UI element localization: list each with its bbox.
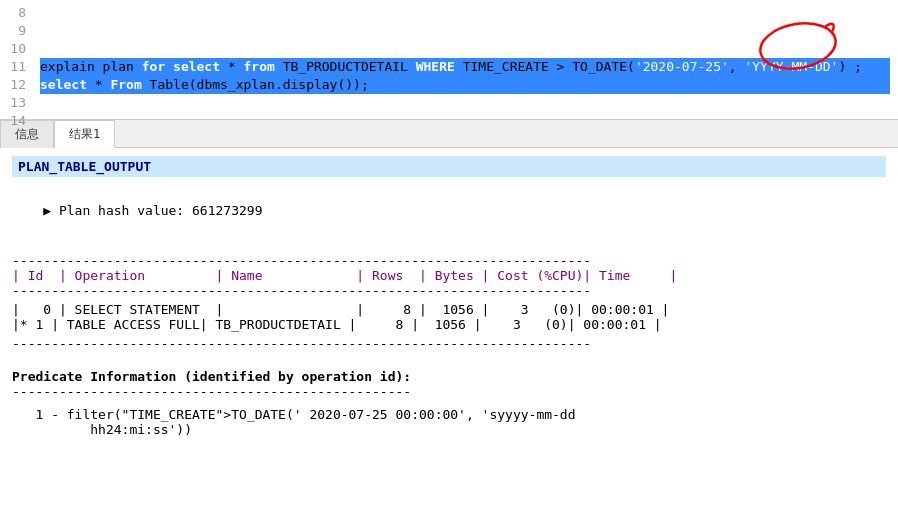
separator2: ----------------------------------------… bbox=[12, 283, 886, 298]
code-line-8 bbox=[40, 4, 890, 22]
predicate-line-1: 1 - filter("TIME_CREATE">TO_DATE(' 2020-… bbox=[12, 407, 886, 422]
code-line-13 bbox=[40, 94, 890, 112]
tab-result1[interactable]: 结果1 bbox=[54, 120, 115, 148]
line-numbers: 8 9 10 11 12 13 14 bbox=[0, 0, 32, 119]
plan-hash-value: ▶ Plan hash value: 661273299 bbox=[12, 181, 886, 241]
data-row-0: | 0 | SELECT STATEMENT | | 8 | 1056 | 3 … bbox=[12, 302, 886, 317]
data-row-1: |* 1 | TABLE ACCESS FULL| TB_PRODUCTDETA… bbox=[12, 317, 886, 332]
code-content[interactable]: explain plan for select * from TB_PRODUC… bbox=[32, 0, 898, 119]
predicate-header: Predicate Information (identified by ope… bbox=[12, 369, 886, 384]
editor-area[interactable]: 8 9 10 11 12 13 14 explain plan for sele… bbox=[0, 0, 898, 120]
separator3: ----------------------------------------… bbox=[12, 336, 886, 351]
code-line-11: explain plan for select * from TB_PRODUC… bbox=[40, 58, 890, 76]
code-line-9 bbox=[40, 22, 890, 40]
plan-table-header: PLAN_TABLE_OUTPUT bbox=[12, 156, 886, 177]
tab-bar: 信息 结果1 bbox=[0, 120, 898, 148]
separator1: ----------------------------------------… bbox=[12, 253, 886, 268]
results-area[interactable]: PLAN_TABLE_OUTPUT ▶ Plan hash value: 661… bbox=[0, 148, 898, 531]
code-line-10 bbox=[40, 40, 890, 58]
columns-header: | Id | Operation | Name | Rows | Bytes |… bbox=[12, 268, 886, 283]
tab-result1-label: 结果1 bbox=[69, 126, 100, 143]
code-line-12: select * From Table(dbms_xplan.display()… bbox=[40, 76, 890, 94]
predicate-line-2: hh24:mi:ss')) bbox=[12, 422, 886, 437]
code-line-14 bbox=[40, 112, 890, 119]
predicate-separator: ----------------------------------------… bbox=[12, 384, 886, 399]
